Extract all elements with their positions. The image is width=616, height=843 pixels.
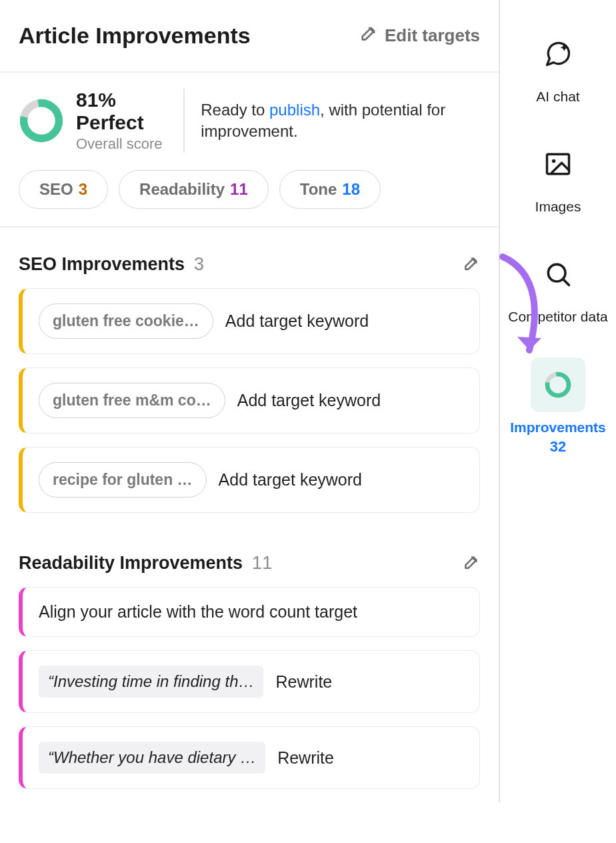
quote-chip: “Investing time in finding th… [39, 666, 263, 698]
readability-card[interactable]: “Whether you have dietary … Rewrite [19, 726, 480, 789]
sidebar-item-ai-chat[interactable]: AI chat [531, 27, 585, 105]
edit-targets-label: Edit targets [385, 25, 480, 46]
sidebar-item-count: 32 [550, 438, 566, 456]
header-bar: Article Improvements Edit targets [0, 0, 499, 73]
sidebar-item-competitor-data[interactable]: Competitor data [508, 247, 607, 325]
card-action-label: Add target keyword [225, 311, 369, 331]
donut-icon [531, 357, 585, 412]
chip-seo-count: 3 [79, 180, 87, 199]
seo-edit-button[interactable] [463, 255, 480, 275]
keyword-chip[interactable]: gluten free m&m co… [39, 383, 225, 418]
svg-rect-2 [547, 155, 569, 174]
right-sidebar: AI chat Images Competitor data [500, 0, 616, 802]
chip-readability-count: 11 [230, 180, 248, 199]
readability-section-title: Readability Improvements [19, 553, 243, 574]
chat-icon [531, 27, 585, 81]
readability-section-count: 11 [252, 553, 272, 574]
svg-point-3 [552, 159, 556, 163]
score-description: Ready to publish, with potential for imp… [185, 99, 480, 143]
score-desc-prefix: Ready to [201, 101, 269, 119]
sidebar-item-label: AI chat [536, 88, 579, 105]
chip-seo[interactable]: SEO 3 [19, 170, 108, 209]
seo-section-count: 3 [194, 254, 204, 275]
chip-readability[interactable]: Readability 11 [119, 170, 269, 209]
score-value: 81% Perfect [76, 89, 167, 134]
svg-point-4 [548, 265, 565, 282]
seo-section-title: SEO Improvements [19, 254, 185, 275]
keyword-chip[interactable]: gluten free cookie… [39, 303, 213, 339]
seo-card[interactable]: recipe for gluten … Add target keyword [19, 447, 480, 513]
card-text: Align your article with the word count t… [39, 602, 357, 622]
seo-section: SEO Improvements 3 gluten free cookie… A… [0, 227, 499, 513]
readability-card[interactable]: “Investing time in finding th… Rewrite [19, 650, 480, 713]
readability-card[interactable]: Align your article with the word count t… [19, 587, 480, 637]
edit-targets-button[interactable]: Edit targets [359, 24, 480, 47]
card-action-label: Rewrite [277, 748, 334, 768]
card-action-label: Add target keyword [237, 391, 381, 410]
card-action-label: Add target keyword [219, 470, 362, 490]
seo-card[interactable]: gluten free cookie… Add target keyword [19, 288, 480, 354]
readability-edit-button[interactable] [463, 554, 480, 574]
image-icon [531, 137, 585, 191]
score-subtitle: Overall score [76, 135, 167, 153]
edit-icon [359, 24, 378, 47]
publish-link[interactable]: publish [269, 101, 320, 119]
sidebar-item-label: Competitor data [508, 308, 607, 325]
keyword-chip[interactable]: recipe for gluten … [39, 462, 207, 498]
chip-tone-label: Tone [300, 180, 337, 199]
sidebar-item-label: Images [535, 198, 581, 215]
page-title: Article Improvements [19, 23, 251, 49]
chip-readability-label: Readability [139, 180, 225, 199]
chip-tone-count: 18 [342, 180, 360, 199]
readability-section: Readability Improvements 11 Align your a… [0, 526, 499, 789]
quote-chip: “Whether you have dietary … [39, 742, 265, 774]
sidebar-item-improvements[interactable]: Improvements 32 [510, 357, 606, 456]
sidebar-item-label: Improvements [510, 419, 606, 436]
score-donut-icon [19, 98, 64, 143]
sidebar-item-images[interactable]: Images [531, 137, 585, 215]
chip-tone[interactable]: Tone 18 [279, 170, 381, 209]
seo-card[interactable]: gluten free m&m co… Add target keyword [19, 367, 480, 434]
chip-seo-label: SEO [39, 180, 73, 199]
search-icon [531, 247, 585, 301]
score-panel: 81% Perfect Overall score Ready to publi… [0, 73, 499, 227]
card-action-label: Rewrite [275, 672, 332, 692]
